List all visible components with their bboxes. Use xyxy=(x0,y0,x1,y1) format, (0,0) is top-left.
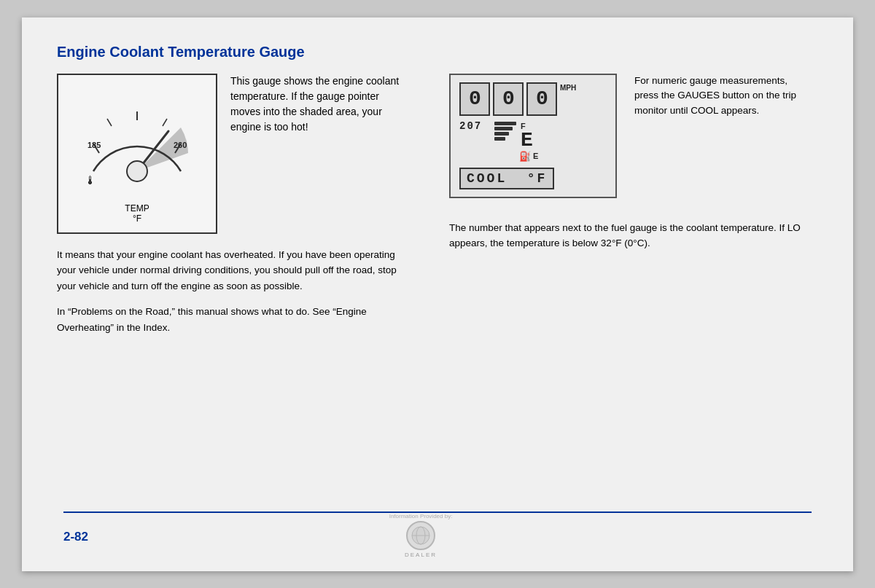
page-number: 2-82 xyxy=(63,527,88,544)
svg-text:185: 185 xyxy=(88,141,101,149)
fuel-bars xyxy=(494,122,516,141)
odo-number: 207 xyxy=(459,120,489,132)
fuel-e-label-big: E xyxy=(521,130,533,151)
page-container: Engine Coolant Temperature Gauge xyxy=(22,17,853,571)
right-description: For numeric gauge measurements, press th… xyxy=(634,74,809,198)
body-paragraph-1: It means that your engine coolant has ov… xyxy=(57,247,407,294)
footer-bottom: 2-82 Information Provided by: DEALER xyxy=(63,513,812,558)
watermark-info: Information Provided by: xyxy=(389,513,453,520)
body-paragraph-2: In “Problems on the Road,” this manual s… xyxy=(57,304,407,335)
gauge-label: TEMP °F xyxy=(125,203,149,224)
digit-2: 0 xyxy=(526,82,557,116)
watermark-circle xyxy=(406,521,435,550)
page-title: Engine Coolant Temperature Gauge xyxy=(57,44,818,60)
fuel-e-small: E xyxy=(533,152,538,160)
svg-line-4 xyxy=(163,119,167,126)
cool-display: COOL °F xyxy=(459,168,554,189)
right-body-text: The number that appears next to the fuel… xyxy=(449,220,818,251)
fuel-pump-icon: ⛽ xyxy=(519,151,531,162)
svg-text:🌡: 🌡 xyxy=(85,174,96,187)
fuel-section: F E ⛽ E xyxy=(494,120,538,162)
svg-text:260: 260 xyxy=(174,141,187,149)
svg-line-3 xyxy=(107,119,112,126)
watermark: Information Provided by: DEALER xyxy=(389,513,453,558)
content-row: 185 260 🌡 TEMP °F This gauge sho xyxy=(57,74,818,346)
digital-display-box: 0 0 0 MPH 207 xyxy=(449,74,617,198)
digital-digits: 0 0 0 xyxy=(459,82,557,116)
gauge-svg: 185 260 🌡 xyxy=(71,84,203,200)
svg-point-6 xyxy=(127,161,147,181)
gauge-section: 185 260 🌡 TEMP °F This gauge sho xyxy=(57,74,426,234)
digit-1: 0 xyxy=(493,82,524,116)
digital-top-row: 0 0 0 MPH xyxy=(459,82,607,116)
dealer-label: DEALER xyxy=(405,552,437,558)
digit-0: 0 xyxy=(459,82,490,116)
left-column: 185 260 🌡 TEMP °F This gauge sho xyxy=(57,74,426,346)
gauge-description: This gauge shows the engine coolant temp… xyxy=(230,74,405,234)
page-footer: 2-82 Information Provided by: DEALER xyxy=(22,511,853,558)
mph-label: MPH xyxy=(560,84,576,92)
analog-gauge-box: 185 260 🌡 TEMP °F xyxy=(57,74,217,234)
right-top-section: 0 0 0 MPH 207 xyxy=(449,74,818,198)
digital-middle-row: 207 xyxy=(459,120,607,162)
right-column: 0 0 0 MPH 207 xyxy=(449,74,818,346)
